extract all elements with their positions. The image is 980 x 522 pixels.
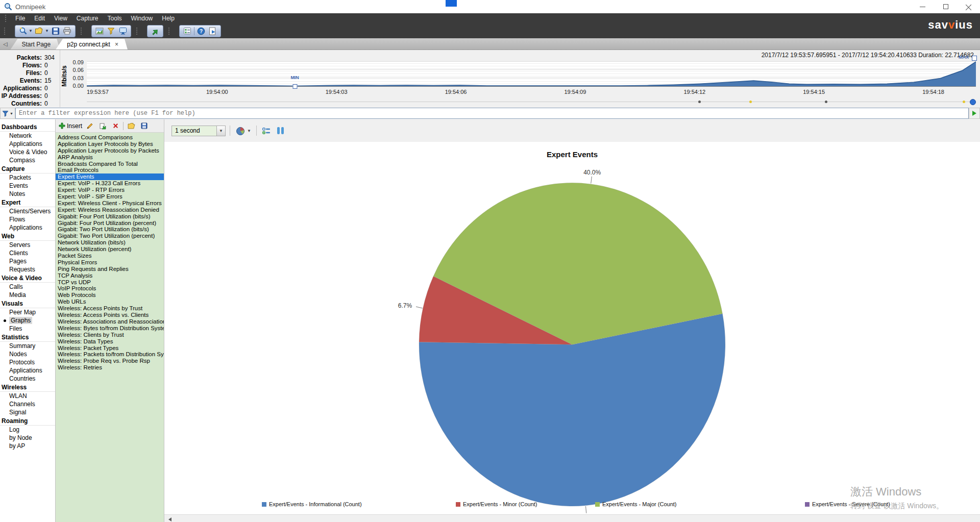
help-button[interactable]: ?	[196, 26, 206, 36]
forward-button[interactable]	[150, 26, 160, 36]
graph-list-item[interactable]: Expert: VoIP - SIP Errors	[56, 193, 164, 200]
sidebar-item-log[interactable]: Log	[0, 426, 55, 434]
menu-view[interactable]: View	[50, 14, 72, 23]
duplicate-graph-button[interactable]	[97, 121, 108, 131]
interval-combo[interactable]: 1 second ▼	[172, 126, 226, 136]
max-marker-handle[interactable]	[972, 56, 977, 61]
graph-list-item[interactable]: Expert: VoIP - RTP Errors	[56, 187, 164, 193]
sidebar-item-compass[interactable]: Compass	[0, 156, 55, 164]
graph-list-item[interactable]: Broadcasts Compared To Total	[56, 161, 164, 167]
pause-button[interactable]	[276, 126, 285, 135]
sidebar-item-voice-video[interactable]: Voice & Video	[0, 148, 55, 156]
sidebar-item-network[interactable]: Network	[0, 132, 55, 140]
filter-menu-button[interactable]: ▼	[0, 108, 15, 119]
insert-graph-button[interactable]: Insert	[59, 122, 82, 130]
menu-help[interactable]: Help	[157, 14, 179, 23]
sidebar-item-applications[interactable]: Applications	[0, 140, 55, 148]
import-graphs-button[interactable]	[126, 121, 136, 131]
open-file-button[interactable]	[34, 26, 44, 36]
delete-graph-button[interactable]	[110, 121, 120, 131]
graph-window-button[interactable]	[94, 26, 105, 36]
sidebar-item-by-node[interactable]: by Node	[0, 434, 55, 442]
menu-tools[interactable]: Tools	[103, 14, 127, 23]
menu-capture[interactable]: Capture	[72, 14, 103, 23]
sidebar-item-wlan[interactable]: WLAN	[0, 392, 55, 400]
tab-close-icon[interactable]: ×	[115, 41, 118, 48]
graph-list-item[interactable]: Expert Events	[56, 173, 164, 180]
tab-back-arrow-icon[interactable]: ◁	[3, 41, 7, 47]
sidebar-item-summary[interactable]: Summary	[0, 342, 55, 350]
readme-button[interactable]	[208, 26, 218, 36]
menu-window[interactable]: Window	[127, 14, 158, 23]
sidebar-item-calls[interactable]: Calls	[0, 283, 55, 291]
tab-start-page[interactable]: Start Page	[10, 39, 60, 49]
save-button[interactable]	[51, 26, 61, 36]
min-marker-handle[interactable]	[292, 84, 297, 89]
minimize-button[interactable]	[911, 0, 934, 13]
graph-list-item[interactable]: Wireless: Packet Types	[56, 345, 164, 352]
graph-list-item[interactable]: Gigabit: Two Port Utilization (percent)	[56, 233, 164, 239]
edit-graph-button[interactable]	[85, 121, 95, 131]
close-button[interactable]	[957, 0, 980, 13]
sidebar-item-requests[interactable]: Requests	[0, 265, 55, 274]
graph-list-item[interactable]: TCP vs UDP	[56, 279, 164, 286]
graph-list-item[interactable]: Network Utilization (bits/s)	[56, 239, 164, 246]
expert-events-pie[interactable]: 53.3%6.7%40.0%	[164, 142, 980, 514]
sidebar-item-applications[interactable]: Applications	[0, 366, 55, 375]
display-options-button[interactable]	[261, 126, 272, 136]
graph-list-item[interactable]: Gigabit: Four Port Utilization (bits/s)	[56, 213, 164, 220]
menu-file[interactable]: File	[11, 14, 30, 23]
graph-list-item[interactable]: Expert: Wireless Reassociation Denied	[56, 207, 164, 213]
sidebar-item-files[interactable]: Files	[0, 325, 55, 333]
horizontal-scrollbar[interactable]	[164, 514, 980, 522]
print-button[interactable]	[62, 26, 72, 36]
graph-list-item[interactable]: Web Protocols	[56, 292, 164, 299]
maximize-button[interactable]	[934, 0, 957, 13]
sidebar-item-clients[interactable]: Clients	[0, 249, 55, 257]
sidebar-item-peer-map[interactable]: Peer Map	[0, 308, 55, 316]
apply-filter-button[interactable]	[969, 108, 980, 119]
graph-list-item[interactable]: Wireless: Probe Req vs. Probe Rsp	[56, 358, 164, 364]
start-monitor-dropdown[interactable]: ▼	[29, 29, 33, 33]
sidebar-item-graphs[interactable]: Graphs	[0, 316, 55, 325]
graph-list-item[interactable]: ARP Analysis	[56, 154, 164, 161]
graph-list-item[interactable]: Network Utilization (percent)	[56, 246, 164, 253]
tab-p2p-connect-pkt[interactable]: p2p connect.pkt×	[56, 39, 128, 49]
slider-handle[interactable]	[970, 99, 976, 105]
filter-expression-input[interactable]	[15, 108, 969, 119]
options-button[interactable]	[182, 26, 192, 36]
sidebar-item-events[interactable]: Events	[0, 182, 55, 190]
sidebar-item-flows[interactable]: Flows	[0, 215, 55, 223]
graph-list-item[interactable]: Ping Requests and Replies	[56, 266, 164, 272]
graph-list-item[interactable]: Address Count Comparisons	[56, 134, 164, 141]
graph-list-item[interactable]: Gigabit: Two Port Utilization (bits/s)	[56, 226, 164, 233]
export-graphs-button[interactable]	[139, 121, 149, 131]
start-monitor-button[interactable]	[18, 26, 28, 36]
graph-list-item[interactable]: Wireless: Access Points vs. Clients	[56, 312, 164, 318]
graph-list-item[interactable]: TCP Analysis	[56, 272, 164, 279]
sidebar-item-notes[interactable]: Notes	[0, 190, 55, 198]
graph-list-item[interactable]: Wireless: Retries	[56, 364, 164, 371]
sidebar-item-nodes[interactable]: Nodes	[0, 350, 55, 358]
graph-list-item[interactable]: Expert: VoIP - H.323 Call Errors	[56, 180, 164, 187]
graph-list-item[interactable]: Wireless: Packets to/from Distribution S…	[56, 351, 164, 358]
sidebar-item-channels[interactable]: Channels	[0, 400, 55, 408]
graph-list-item[interactable]: Expert: Wireless Client - Physical Error…	[56, 200, 164, 207]
sidebar-item-clients-servers[interactable]: Clients/Servers	[0, 207, 55, 215]
graph-list-item[interactable]: Web URLs	[56, 299, 164, 305]
graph-list-item[interactable]: Wireless: Data Types	[56, 338, 164, 345]
graph-list-item[interactable]: Wireless: Clients by Trust	[56, 332, 164, 338]
graph-list-item[interactable]: Wireless: Access Points by Trust	[56, 305, 164, 312]
sidebar-item-media[interactable]: Media	[0, 291, 55, 299]
menu-edit[interactable]: Edit	[30, 14, 50, 23]
scroll-left-icon[interactable]	[168, 517, 172, 521]
sidebar-item-servers[interactable]: Servers	[0, 241, 55, 249]
graph-list-item[interactable]: Email Protocols	[56, 167, 164, 173]
timeline-plot[interactable]: MIN MAX	[87, 61, 976, 87]
monitor-window-button[interactable]	[118, 26, 128, 36]
sidebar-item-signal[interactable]: Signal	[0, 408, 55, 416]
open-file-dropdown[interactable]: ▼	[45, 29, 49, 33]
sidebar-item-packets[interactable]: Packets	[0, 173, 55, 182]
chart-type-button[interactable]: ▼	[234, 125, 252, 137]
graph-list-item[interactable]: Packet Sizes	[56, 253, 164, 259]
